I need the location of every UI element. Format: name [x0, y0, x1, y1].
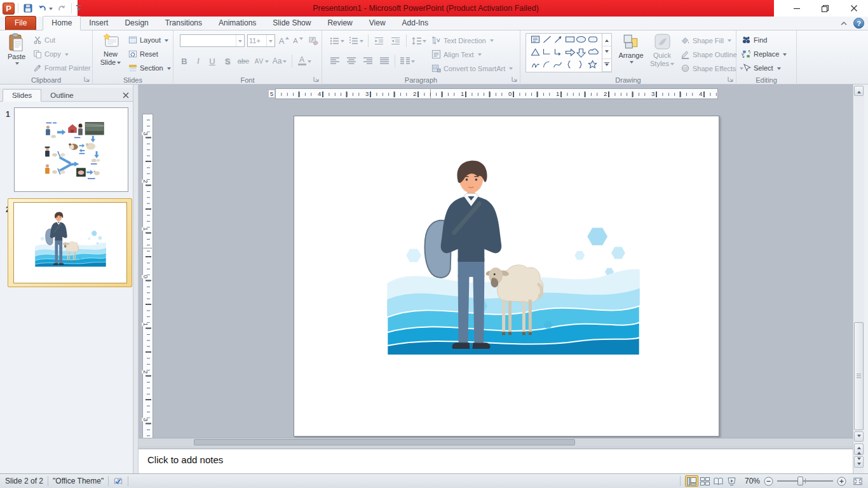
paste-button[interactable]: Paste — [4, 33, 29, 65]
select-button[interactable]: Select — [742, 64, 781, 72]
horizontal-scrollbar[interactable] — [139, 438, 853, 446]
zoom-out-icon — [764, 477, 773, 486]
scroll-down-button[interactable] — [854, 431, 864, 442]
close-button[interactable] — [839, 0, 868, 17]
tab-transitions[interactable]: Transitions — [157, 17, 210, 30]
font-name-combo — [180, 34, 245, 47]
slide-canvas[interactable] — [294, 116, 719, 437]
minimize-ribbon-button[interactable] — [839, 19, 848, 28]
group-clipboard: Paste Cut Copy Format Painter Clipboard — [0, 30, 93, 85]
slides-panel-body: 1 2 — [0, 102, 133, 473]
spellcheck-button[interactable] — [113, 477, 123, 486]
reading-view-icon — [714, 477, 723, 485]
find-button[interactable]: Find — [742, 36, 767, 44]
slide-sorter-view-button[interactable] — [698, 475, 712, 487]
replace-button[interactable]: Replace — [742, 50, 787, 58]
theme-name[interactable]: "Office Theme" — [53, 477, 104, 485]
decrease-indent-icon — [374, 37, 384, 45]
font-dialog-launcher[interactable] — [313, 75, 320, 83]
shapes-scroll-up-button[interactable] — [602, 34, 611, 46]
tab-design[interactable]: Design — [116, 17, 156, 30]
notes-panel[interactable]: Click to add notes — [139, 449, 853, 473]
tab-animations[interactable]: Animations — [210, 17, 264, 30]
increase-indent-button — [388, 34, 402, 47]
help-button[interactable]: ? — [853, 18, 864, 29]
zoom-in-button[interactable] — [837, 477, 846, 486]
spellcheck-icon — [113, 477, 123, 486]
new-slide-icon — [102, 33, 119, 50]
quick-styles-icon — [653, 33, 672, 51]
scroll-up-button[interactable] — [854, 86, 864, 96]
zoom-level[interactable]: 70% — [745, 477, 760, 485]
restore-button[interactable] — [811, 0, 839, 17]
vertical-scrollbar[interactable] — [853, 85, 864, 473]
reset-button[interactable]: Reset — [128, 50, 158, 58]
text-direction-icon — [431, 36, 441, 45]
slide-thumbnail-1[interactable] — [14, 107, 128, 192]
horizontal-scrollbar-thumb[interactable] — [194, 439, 575, 445]
clipboard-dialog-launcher[interactable] — [83, 75, 91, 83]
convert-smartart-label: Convert to SmartArt — [444, 65, 505, 72]
new-slide-button[interactable]: New Slide — [97, 33, 125, 66]
tab-slide-show[interactable]: Slide Show — [264, 17, 319, 30]
font-size-combo: 11+ — [247, 34, 275, 47]
tab-file[interactable]: File — [5, 16, 36, 30]
drawing-dialog-launcher[interactable] — [727, 75, 735, 83]
slides-panel-close-button[interactable] — [123, 92, 129, 98]
tab-review[interactable]: Review — [319, 17, 360, 30]
shapes-more-button[interactable] — [602, 59, 611, 72]
shapes-gallery[interactable] — [526, 33, 612, 72]
tab-view[interactable]: View — [361, 17, 394, 30]
chevron-up-icon — [839, 19, 848, 28]
section-button[interactable]: Section — [128, 64, 171, 72]
customize-toolbar-icon — [76, 5, 81, 11]
slide-image[interactable] — [387, 159, 640, 355]
ruler-number: 4 — [698, 90, 703, 97]
find-label: Find — [754, 36, 767, 44]
paste-dropdown-icon — [15, 62, 19, 67]
zoom-slider[interactable] — [777, 477, 833, 485]
qat-customize-button[interactable] — [75, 4, 82, 13]
ruler-number: 5 — [269, 90, 275, 97]
paragraph-dialog-launcher[interactable] — [511, 75, 519, 83]
vertical-scrollbar-thumb[interactable] — [854, 322, 864, 430]
slides-panel: Slides Outline 1 2 — [0, 85, 133, 473]
quick-styles-button: Quick Styles — [648, 33, 677, 67]
zoom-slider-thumb[interactable] — [797, 477, 803, 485]
increase-indent-icon — [391, 37, 400, 45]
powerpoint-logo-icon: P — [3, 3, 15, 15]
arrange-button[interactable]: Arrange — [617, 33, 645, 64]
normal-view-button[interactable] — [685, 475, 698, 487]
sidebar-tab-outline[interactable]: Outline — [41, 90, 82, 101]
new-slide-dropdown-icon — [117, 62, 121, 66]
tab-home[interactable]: Home — [43, 16, 81, 30]
previous-slide-button[interactable] — [854, 444, 864, 455]
slide-2-preview — [35, 212, 106, 267]
panel-splitter[interactable] — [133, 85, 139, 473]
shapes-scroll-down-button[interactable] — [602, 46, 611, 59]
paste-label: Paste — [8, 53, 25, 60]
align-left-button — [329, 55, 341, 67]
reading-view-button[interactable] — [712, 475, 725, 487]
slide-thumbnail-2[interactable] — [13, 202, 127, 283]
replace-icon — [742, 50, 751, 58]
fit-window-button[interactable] — [853, 477, 863, 486]
minimize-button[interactable] — [782, 0, 811, 17]
columns-icon — [400, 57, 410, 65]
slide-show-view-button[interactable] — [725, 475, 738, 487]
slide-1-number: 1 — [6, 110, 10, 119]
sidebar-tab-slides[interactable]: Slides — [3, 89, 41, 102]
save-button[interactable] — [22, 2, 34, 15]
layout-button[interactable]: Layout — [128, 36, 168, 44]
undo-button[interactable] — [36, 3, 54, 15]
shape-fill-label: Shape Fill — [693, 37, 724, 44]
tab-add-ins[interactable]: Add-Ins — [394, 17, 437, 30]
select-label: Select — [754, 64, 773, 72]
zoom-out-button[interactable] — [764, 477, 773, 486]
tab-insert[interactable]: Insert — [81, 17, 116, 30]
fit-window-icon — [853, 477, 863, 486]
next-slide-button[interactable] — [854, 456, 864, 468]
shape-effects-icon — [681, 64, 690, 73]
format-painter-button: Format Painter — [33, 64, 91, 72]
new-slide-label-2: Slide — [100, 58, 116, 66]
